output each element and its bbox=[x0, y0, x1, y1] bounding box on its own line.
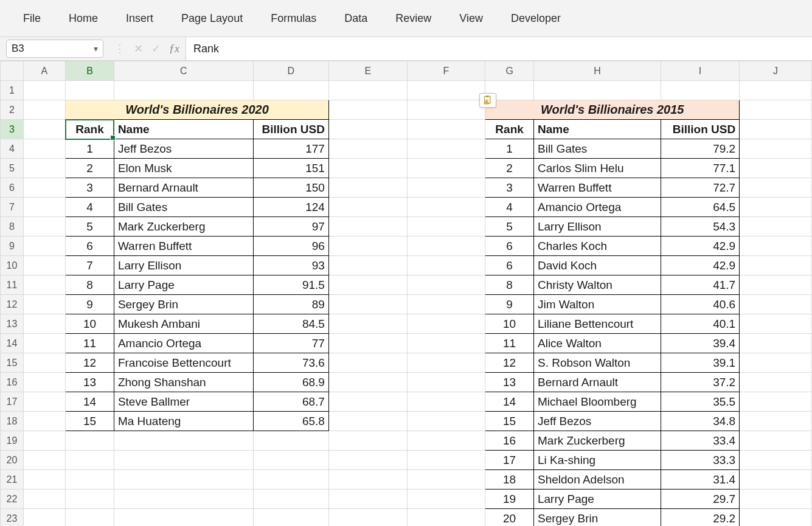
cell-D13[interactable]: 84.5 bbox=[253, 314, 328, 334]
cell-I5[interactable]: 77.1 bbox=[661, 159, 739, 178]
row-header-23[interactable]: 23 bbox=[1, 509, 24, 527]
cell-D3[interactable]: Billion USD bbox=[253, 120, 328, 139]
column-header-J[interactable]: J bbox=[740, 61, 812, 81]
column-header-I[interactable]: I bbox=[661, 61, 739, 81]
cell-G4[interactable]: 1 bbox=[485, 139, 534, 159]
cell-G20[interactable]: 17 bbox=[485, 451, 534, 470]
cell-G22[interactable]: 19 bbox=[485, 490, 534, 509]
ribbon-tab-review[interactable]: Review bbox=[389, 9, 437, 29]
cell-B13[interactable]: 10 bbox=[66, 314, 114, 334]
cell-F12[interactable] bbox=[407, 295, 485, 314]
cell-H11[interactable]: Christy Walton bbox=[533, 275, 661, 295]
row-header-14[interactable]: 14 bbox=[1, 334, 24, 353]
cell-J20[interactable] bbox=[740, 451, 812, 470]
cell-A20[interactable] bbox=[23, 451, 65, 470]
cell-E1[interactable] bbox=[328, 81, 407, 100]
cell-A8[interactable] bbox=[23, 217, 65, 237]
cell-I18[interactable]: 34.8 bbox=[661, 412, 739, 431]
cell-H23[interactable]: Sergey Brin bbox=[533, 509, 661, 527]
cell-G9[interactable]: 6 bbox=[485, 237, 534, 256]
cell-J11[interactable] bbox=[740, 275, 812, 295]
cell-I8[interactable]: 54.3 bbox=[661, 217, 739, 237]
row-header-5[interactable]: 5 bbox=[1, 159, 24, 178]
cell-E5[interactable] bbox=[328, 159, 407, 178]
cell-J12[interactable] bbox=[740, 295, 812, 314]
cell-J23[interactable] bbox=[740, 509, 812, 527]
cell-F16[interactable] bbox=[407, 373, 485, 392]
cell-B15[interactable]: 12 bbox=[66, 353, 114, 373]
ribbon-tab-insert[interactable]: Insert bbox=[120, 9, 159, 29]
cell-A4[interactable] bbox=[23, 139, 65, 159]
row-header-2[interactable]: 2 bbox=[1, 100, 24, 120]
cell-D14[interactable]: 77 bbox=[253, 334, 328, 353]
cell-H16[interactable]: Bernard Arnault bbox=[533, 373, 661, 392]
cell-C10[interactable]: Larry Ellison bbox=[114, 256, 253, 275]
cell-H21[interactable]: Sheldon Adelson bbox=[533, 470, 661, 490]
cell-J22[interactable] bbox=[740, 490, 812, 509]
cell-D16[interactable]: 68.9 bbox=[253, 373, 328, 392]
cell-F10[interactable] bbox=[407, 256, 485, 275]
column-header-B[interactable]: B bbox=[66, 61, 114, 81]
cell-E15[interactable] bbox=[328, 353, 407, 373]
ribbon-tab-page-layout[interactable]: Page Layout bbox=[175, 9, 249, 29]
cell-F3[interactable] bbox=[407, 120, 485, 139]
cell-C18[interactable]: Ma Huateng bbox=[114, 412, 253, 431]
ribbon-tab-home[interactable]: Home bbox=[63, 9, 104, 29]
cell-A23[interactable] bbox=[23, 509, 65, 527]
cell-G6[interactable]: 3 bbox=[485, 178, 534, 198]
cell-F15[interactable] bbox=[407, 353, 485, 373]
cell-F9[interactable] bbox=[407, 237, 485, 256]
cell-H5[interactable]: Carlos Slim Helu bbox=[533, 159, 661, 178]
fx-icon[interactable]: ƒx bbox=[169, 43, 179, 55]
cell-F8[interactable] bbox=[407, 217, 485, 237]
cell-H18[interactable]: Jeff Bezos bbox=[533, 412, 661, 431]
cell-I19[interactable]: 33.4 bbox=[661, 431, 739, 451]
cell-E14[interactable] bbox=[328, 334, 407, 353]
cell-H19[interactable]: Mark Zuckerberg bbox=[533, 431, 661, 451]
cell-B8[interactable]: 5 bbox=[66, 217, 114, 237]
cell-A7[interactable] bbox=[23, 198, 65, 217]
cell-I23[interactable]: 29.2 bbox=[661, 509, 739, 527]
cell-H13[interactable]: Liliane Bettencourt bbox=[533, 314, 661, 334]
cell-C19[interactable] bbox=[114, 431, 253, 451]
cell-I21[interactable]: 31.4 bbox=[661, 470, 739, 490]
cell-H4[interactable]: Bill Gates bbox=[533, 139, 661, 159]
cell-J16[interactable] bbox=[740, 373, 812, 392]
cell-G7[interactable]: 4 bbox=[485, 198, 534, 217]
cell-I15[interactable]: 39.1 bbox=[661, 353, 739, 373]
cell-E13[interactable] bbox=[328, 314, 407, 334]
cell-F4[interactable] bbox=[407, 139, 485, 159]
cell-F21[interactable] bbox=[407, 470, 485, 490]
cell-D23[interactable] bbox=[253, 509, 328, 527]
cell-C4[interactable]: Jeff Bezos bbox=[114, 139, 253, 159]
cell-A5[interactable] bbox=[23, 159, 65, 178]
row-header-21[interactable]: 21 bbox=[1, 470, 24, 490]
cell-D6[interactable]: 150 bbox=[253, 178, 328, 198]
row-header-18[interactable]: 18 bbox=[1, 412, 24, 431]
cell-J14[interactable] bbox=[740, 334, 812, 353]
cell-C14[interactable]: Amancio Ortega bbox=[114, 334, 253, 353]
cell-C8[interactable]: Mark Zuckerberg bbox=[114, 217, 253, 237]
cell-C6[interactable]: Bernard Arnault bbox=[114, 178, 253, 198]
cell-B4[interactable]: 1 bbox=[66, 139, 114, 159]
cell-C11[interactable]: Larry Page bbox=[114, 275, 253, 295]
cell-E7[interactable] bbox=[328, 198, 407, 217]
cell-F18[interactable] bbox=[407, 412, 485, 431]
cell-F23[interactable] bbox=[407, 509, 485, 527]
cell-D11[interactable]: 91.5 bbox=[253, 275, 328, 295]
cell-C9[interactable]: Warren Buffett bbox=[114, 237, 253, 256]
cell-D20[interactable] bbox=[253, 451, 328, 470]
cell-D22[interactable] bbox=[253, 490, 328, 509]
cell-I22[interactable]: 29.7 bbox=[661, 490, 739, 509]
cell-E23[interactable] bbox=[328, 509, 407, 527]
cell-D17[interactable]: 68.7 bbox=[253, 392, 328, 412]
column-header-G[interactable]: G bbox=[485, 61, 534, 81]
cell-B3[interactable]: Rank bbox=[66, 120, 114, 139]
cell-A14[interactable] bbox=[23, 334, 65, 353]
cell-E20[interactable] bbox=[328, 451, 407, 470]
check-icon[interactable]: ✓ bbox=[151, 42, 161, 55]
cell-J4[interactable] bbox=[740, 139, 812, 159]
cell-G3[interactable]: Rank bbox=[485, 120, 534, 139]
row-header-3[interactable]: 3 bbox=[1, 120, 24, 139]
cell-B20[interactable] bbox=[66, 451, 114, 470]
